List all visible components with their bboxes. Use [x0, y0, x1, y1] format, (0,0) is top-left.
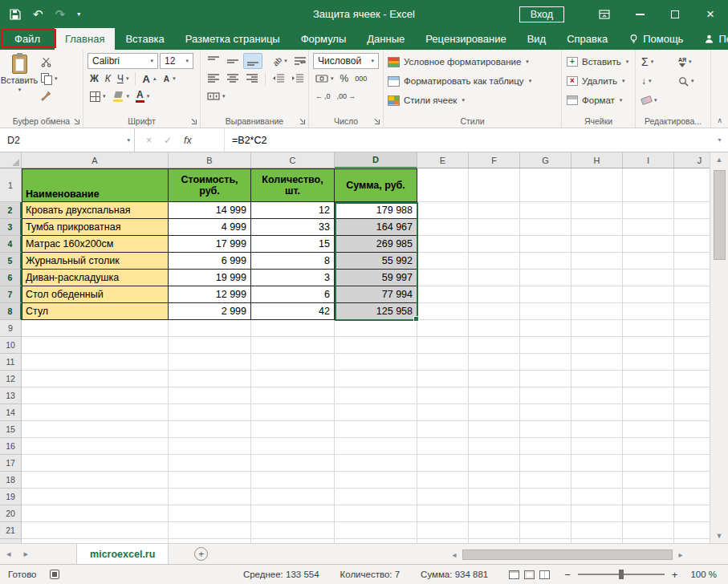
cell-G3[interactable]	[520, 219, 571, 236]
cell-F7[interactable]	[469, 286, 520, 303]
row-header-20[interactable]: 20	[0, 505, 22, 522]
cell-J9[interactable]	[674, 320, 710, 337]
cell-D7[interactable]: 77 994	[335, 286, 417, 303]
cell-I18[interactable]	[623, 472, 674, 489]
cell-I10[interactable]	[623, 337, 674, 354]
cell-B10[interactable]	[169, 337, 251, 354]
cell-J13[interactable]	[674, 387, 710, 404]
cell-B8[interactable]: 2 999	[169, 303, 251, 320]
cell-H15[interactable]	[571, 421, 623, 438]
cell-A10[interactable]	[22, 337, 169, 354]
cell-G14[interactable]	[520, 404, 571, 421]
borders-button[interactable]: ▾	[87, 88, 108, 104]
column-header-H[interactable]: H	[571, 152, 623, 168]
cell-H18[interactable]	[571, 472, 623, 489]
view-page-break-button[interactable]	[539, 570, 550, 579]
row-header-7[interactable]: 7	[0, 286, 22, 303]
delete-cells-button[interactable]: ×Удалить▾	[562, 71, 635, 91]
cell-B9[interactable]	[169, 320, 251, 337]
clear-button[interactable]: ▾	[639, 92, 676, 108]
cell-H9[interactable]	[571, 320, 623, 337]
cell-G1[interactable]	[520, 168, 571, 202]
cell-J3[interactable]	[674, 219, 710, 236]
column-header-A[interactable]: A	[22, 152, 169, 168]
chevron-down-icon[interactable]: ▾	[127, 137, 130, 144]
cell-C21[interactable]	[251, 522, 335, 539]
align-middle-button[interactable]	[224, 53, 242, 69]
maximize-button[interactable]	[657, 0, 693, 28]
column-header-J[interactable]: J	[674, 152, 710, 168]
cell-F1[interactable]	[469, 168, 520, 202]
close-button[interactable]: ×	[693, 0, 728, 28]
cell-G4[interactable]	[520, 236, 571, 253]
cell-E5[interactable]	[417, 253, 469, 270]
cell-G15[interactable]	[520, 421, 571, 438]
cell-F8[interactable]	[469, 303, 520, 320]
cell-C16[interactable]	[251, 438, 335, 455]
cell-D5[interactable]: 55 992	[335, 253, 417, 270]
cell-D8[interactable]: 125 958	[335, 303, 417, 320]
cell-E2[interactable]	[417, 202, 469, 219]
cell-J4[interactable]	[674, 236, 710, 253]
align-bottom-button[interactable]	[243, 53, 262, 69]
name-box[interactable]: D2 ▾	[0, 128, 135, 152]
align-top-button[interactable]	[205, 53, 222, 69]
cell-I16[interactable]	[623, 438, 674, 455]
cell-H7[interactable]	[571, 286, 623, 303]
row-header-10[interactable]: 10	[0, 337, 22, 354]
cell-C7[interactable]: 6	[251, 286, 335, 303]
sheet-nav-left-button[interactable]: ◂	[0, 549, 18, 559]
horizontal-scroll-thumb[interactable]	[462, 550, 673, 560]
cell-F15[interactable]	[469, 421, 520, 438]
cell-J20[interactable]	[674, 505, 710, 522]
cell-I1[interactable]	[623, 168, 674, 202]
cell-H1[interactable]	[571, 168, 623, 202]
cell-A14[interactable]	[22, 404, 169, 421]
cell-A18[interactable]	[22, 472, 169, 489]
cell-B1[interactable]: Стоимость, руб.	[169, 168, 251, 202]
cell-D17[interactable]	[335, 455, 417, 472]
horizontal-scrollbar[interactable]: ◂ ▸	[448, 548, 715, 561]
cell-A4[interactable]: Матрас 160x200см	[22, 236, 169, 253]
cell-E17[interactable]	[417, 455, 469, 472]
cell-C18[interactable]	[251, 472, 335, 489]
cell-D6[interactable]: 59 997	[335, 270, 417, 286]
cell-F9[interactable]	[469, 320, 520, 337]
cell-E18[interactable]	[417, 472, 469, 489]
cell-B6[interactable]: 19 999	[169, 270, 251, 286]
cell-B19[interactable]	[169, 489, 251, 505]
cell-F14[interactable]	[469, 404, 520, 421]
ribbon-tab[interactable]: Формулы	[291, 28, 357, 50]
cell-I19[interactable]	[623, 489, 674, 505]
cell-A3[interactable]: Тумба прикроватная	[22, 219, 169, 236]
ribbon-display-options-button[interactable]	[587, 0, 622, 28]
cell-B12[interactable]	[169, 371, 251, 387]
cell-E14[interactable]	[417, 404, 469, 421]
cell-C4[interactable]: 15	[251, 236, 335, 253]
cell-I2[interactable]	[623, 202, 674, 219]
cell-A7[interactable]: Стол обеденный	[22, 286, 169, 303]
cell-E20[interactable]	[417, 505, 469, 522]
cell-D13[interactable]	[335, 387, 417, 404]
cell-D9[interactable]	[335, 320, 417, 337]
grow-font-button[interactable]: А▲	[140, 71, 159, 87]
format-as-table-button[interactable]: Форматировать как таблицу ▾	[384, 71, 561, 91]
file-tab[interactable]: Файл	[0, 28, 55, 50]
cell-A8[interactable]: Стул	[22, 303, 169, 320]
minimize-button[interactable]	[622, 0, 657, 28]
cell-I4[interactable]	[623, 236, 674, 253]
orientation-button[interactable]: ab▾	[270, 53, 290, 69]
align-right-button[interactable]	[243, 71, 261, 87]
cell-I14[interactable]	[623, 404, 674, 421]
cell-H17[interactable]	[571, 455, 623, 472]
cell-A5[interactable]: Журнальный столик	[22, 253, 169, 270]
cell-E10[interactable]	[417, 337, 469, 354]
cell-H11[interactable]	[571, 354, 623, 371]
column-header-I[interactable]: I	[623, 152, 674, 168]
undo-button[interactable]: ↶	[33, 8, 43, 20]
cell-E1[interactable]	[417, 168, 469, 202]
fill-button[interactable]: ↓▾	[639, 73, 676, 89]
cell-B2[interactable]: 14 999	[169, 202, 251, 219]
fill-color-button[interactable]: ▾	[110, 88, 132, 104]
decrease-indent-button[interactable]	[270, 71, 287, 87]
